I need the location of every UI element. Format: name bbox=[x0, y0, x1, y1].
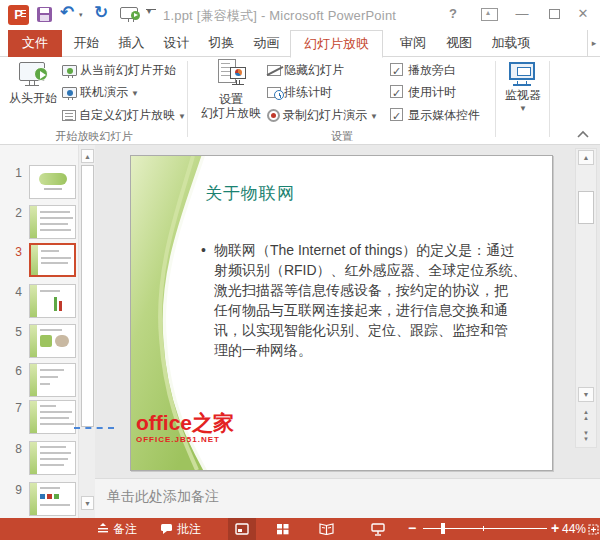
slide-scrollbar[interactable]: ▲ ▼ ▲▲ ▼▼ bbox=[575, 148, 597, 448]
ribbon-tabs: 文件 开始 插入 设计 切换 动画 幻灯片放映 审阅 视图 加载项 ▸ bbox=[0, 30, 600, 57]
tab-design[interactable]: 设计 bbox=[156, 30, 197, 57]
fit-to-window-icon[interactable] bbox=[586, 518, 600, 540]
comments-toggle-button[interactable]: 批注 bbox=[160, 518, 201, 540]
play-narrations-checkbox[interactable]: 播放旁白 bbox=[390, 60, 456, 80]
thumbnail-slide-4[interactable] bbox=[29, 284, 76, 318]
normal-view-icon bbox=[235, 523, 249, 535]
next-slide-icon[interactable]: ▼▼ bbox=[578, 428, 594, 443]
thumbnail-slide-1[interactable] bbox=[29, 165, 76, 199]
show-media-controls-checkbox[interactable]: 显示媒体控件 bbox=[390, 105, 480, 125]
status-bar: 备注 批注 − + 44% bbox=[0, 518, 600, 540]
notes-pane[interactable]: 单击此处添加备注 bbox=[95, 478, 600, 518]
monitors-button[interactable]: 监视器 ▼ bbox=[499, 59, 547, 113]
slide-number: 5 bbox=[6, 325, 22, 339]
tab-addins[interactable]: 加载项 bbox=[484, 30, 538, 57]
notes-toggle-button[interactable]: 备注 bbox=[97, 518, 137, 540]
slide-number: 7 bbox=[6, 401, 22, 415]
tab-slideshow[interactable]: 幻灯片放映 bbox=[290, 30, 383, 58]
comments-icon bbox=[160, 523, 173, 535]
dropdown-caret-icon: ▼ bbox=[178, 112, 186, 121]
checkbox-icon bbox=[390, 63, 403, 76]
powerpoint-logo-icon: P bbox=[8, 5, 29, 25]
workspace: 1 2 3 4 5 6 bbox=[0, 145, 600, 518]
bullet-marker: • bbox=[201, 240, 206, 360]
hide-slide-icon bbox=[267, 65, 281, 76]
help-icon[interactable]: ? bbox=[443, 6, 463, 21]
thumbnail-slide-2[interactable] bbox=[29, 205, 76, 239]
slide-canvas: 关于物联网 • 物联网（The Internet of things）的定义是：… bbox=[95, 145, 573, 478]
qat-slideshow-icon[interactable] bbox=[120, 7, 138, 19]
reading-view-icon bbox=[319, 523, 334, 535]
slide-number: 6 bbox=[6, 364, 22, 378]
thumbnail-slide-3-selected[interactable] bbox=[29, 243, 76, 277]
rehearse-timings-button[interactable]: 排练计时 bbox=[267, 82, 332, 102]
slide-number-selected: 3 bbox=[6, 245, 22, 259]
zoom-slider-thumb[interactable] bbox=[441, 523, 445, 534]
tab-review[interactable]: 审阅 bbox=[392, 30, 434, 57]
rehearse-timings-icon bbox=[267, 87, 281, 98]
previous-slide-icon[interactable]: ▲▲ bbox=[578, 407, 594, 422]
tab-animations[interactable]: 动画 bbox=[246, 30, 287, 57]
reading-view-button[interactable] bbox=[312, 518, 340, 540]
watermark-title: office之家 bbox=[136, 411, 234, 435]
undo-caret-icon[interactable]: ▾ bbox=[79, 11, 83, 19]
tab-insert[interactable]: 插入 bbox=[111, 30, 152, 57]
setup-slideshow-icon bbox=[216, 59, 246, 91]
slideshow-view-button[interactable] bbox=[364, 518, 392, 540]
zoom-level[interactable]: 44% bbox=[558, 518, 586, 540]
minimize-icon[interactable]: — bbox=[512, 6, 532, 21]
from-current-slide-button[interactable]: 从当前幻灯片开始 bbox=[62, 60, 176, 80]
tab-home[interactable]: 开始 bbox=[66, 30, 107, 57]
slide-sorter-view-button[interactable] bbox=[268, 518, 296, 540]
use-timings-checkbox[interactable]: 使用计时 bbox=[390, 82, 456, 102]
thumbnail-slide-7[interactable] bbox=[29, 400, 76, 434]
slide-editor[interactable]: 关于物联网 • 物联网（The Internet of things）的定义是：… bbox=[130, 155, 553, 471]
from-beginning-button[interactable]: 从头开始 bbox=[4, 59, 62, 105]
titlebar: P ↶ ▾ ↻ 1.ppt [兼容模式] - Microsoft PowerPo… bbox=[0, 0, 600, 30]
splitter-drag-indicator bbox=[74, 427, 114, 429]
record-slideshow-button[interactable]: 录制幻灯片演示▼ bbox=[267, 105, 378, 125]
redo-icon[interactable]: ↻ bbox=[94, 2, 108, 23]
watermark: office之家 OFFICE.JB51.NET bbox=[136, 411, 234, 444]
tab-transitions[interactable]: 切换 bbox=[201, 30, 242, 57]
ribbon: 从头开始 从当前幻灯片开始 联机演示▼ 自定义幻灯片放映▼ 开始放映幻灯片 设置… bbox=[0, 57, 600, 145]
slide-title[interactable]: 关于物联网 bbox=[205, 182, 295, 205]
scrollbar-thumb[interactable] bbox=[81, 165, 94, 427]
checkbox-icon bbox=[390, 108, 403, 121]
scroll-down-icon[interactable]: ▼ bbox=[578, 387, 594, 402]
window-title: 1.ppt [兼容模式] - Microsoft PowerPoint bbox=[163, 7, 396, 25]
qat-customize-icon[interactable] bbox=[146, 9, 156, 19]
save-icon[interactable] bbox=[37, 7, 52, 22]
hide-slide-button[interactable]: 隐藏幻灯片 bbox=[267, 60, 344, 80]
thumbnail-slide-6[interactable] bbox=[29, 363, 76, 397]
watermark-subtitle: OFFICE.JB51.NET bbox=[136, 435, 234, 444]
zoom-out-icon[interactable]: − bbox=[408, 518, 416, 540]
zoom-slider[interactable] bbox=[423, 528, 547, 529]
custom-slideshow-button[interactable]: 自定义幻灯片放映▼ bbox=[62, 105, 186, 125]
slide-body-text[interactable]: • 物联网（The Internet of things）的定义是：通过 射频识… bbox=[201, 240, 565, 360]
scrollbar-thumb[interactable] bbox=[578, 191, 594, 224]
scroll-down-icon[interactable]: ▼ bbox=[81, 496, 94, 510]
tab-scroll-right-icon[interactable]: ▸ bbox=[587, 30, 600, 57]
slideshow-view-icon bbox=[371, 523, 385, 536]
thumbnail-slide-5[interactable] bbox=[29, 324, 76, 358]
collapse-ribbon-icon[interactable] bbox=[576, 130, 592, 142]
tab-file[interactable]: 文件 bbox=[8, 30, 62, 57]
maximize-icon[interactable] bbox=[549, 9, 560, 19]
normal-view-button[interactable] bbox=[228, 518, 256, 540]
tab-view[interactable]: 视图 bbox=[438, 30, 480, 57]
thumbnail-slide-9[interactable] bbox=[29, 482, 76, 516]
setup-slideshow-button[interactable]: 设置 幻灯片放映 bbox=[193, 58, 269, 120]
slide-sorter-icon bbox=[276, 523, 289, 535]
from-beginning-icon bbox=[18, 61, 48, 89]
present-online-button[interactable]: 联机演示▼ bbox=[62, 82, 139, 102]
thumbnail-slide-8[interactable] bbox=[29, 441, 76, 475]
group-label-setup: 设置 bbox=[192, 129, 492, 144]
thumbnail-scrollbar[interactable]: ▲ ▼ bbox=[78, 145, 95, 518]
scroll-up-icon[interactable]: ▲ bbox=[578, 150, 594, 165]
undo-icon[interactable]: ↶ bbox=[60, 2, 74, 23]
ribbon-display-options-icon[interactable] bbox=[481, 8, 498, 21]
close-icon[interactable]: ✕ bbox=[573, 6, 593, 21]
slide-number: 2 bbox=[6, 206, 22, 220]
scroll-up-icon[interactable]: ▲ bbox=[81, 149, 94, 163]
